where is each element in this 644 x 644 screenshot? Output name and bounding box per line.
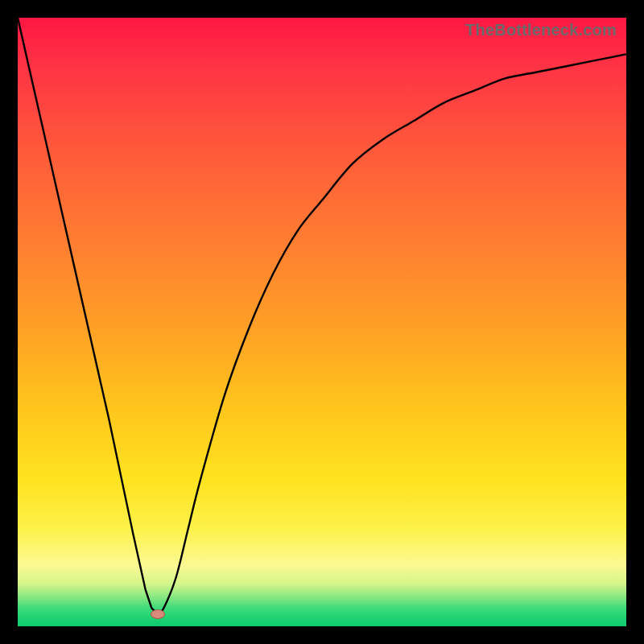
minimum-marker (151, 609, 165, 619)
attribution-text: TheBottleneck.com (465, 21, 617, 39)
chart-frame: TheBottleneck.com (0, 0, 644, 644)
bottleneck-curve (18, 18, 626, 626)
plot-area: TheBottleneck.com (18, 18, 626, 626)
